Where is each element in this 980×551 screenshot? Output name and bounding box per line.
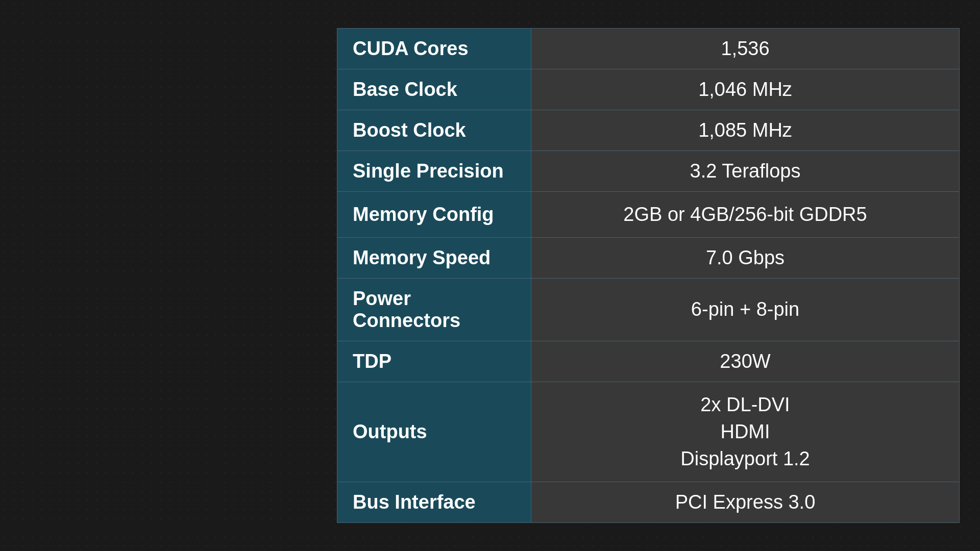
right-panel: CUDA Cores1,536Base Clock1,046 MHzBoost … xyxy=(337,0,980,551)
spec-row-memory-config: Memory Config2GB or 4GB/256-bit GDDR5 xyxy=(337,191,960,237)
spec-label-memory-speed: Memory Speed xyxy=(337,237,531,278)
specs-table: CUDA Cores1,536Base Clock1,046 MHzBoost … xyxy=(337,28,960,523)
spec-value-cuda-cores: 1,536 xyxy=(531,28,960,69)
spec-label-memory-config: Memory Config xyxy=(337,191,531,237)
spec-value-tdp: 230W xyxy=(531,341,960,382)
spec-row-power-connectors: Power Connectors6-pin + 8-pin xyxy=(337,278,960,341)
spec-label-power-connectors: Power Connectors xyxy=(337,278,531,341)
spec-label-boost-clock: Boost Clock xyxy=(337,110,531,151)
spec-label-base-clock: Base Clock xyxy=(337,69,531,110)
spec-row-memory-speed: Memory Speed7.0 Gbps xyxy=(337,237,960,278)
spec-value-memory-config: 2GB or 4GB/256-bit GDDR5 xyxy=(531,191,960,237)
spec-row-bus-interface: Bus InterfacePCI Express 3.0 xyxy=(337,482,960,523)
spec-label-outputs: Outputs xyxy=(337,382,531,482)
spec-row-cuda-cores: CUDA Cores1,536 xyxy=(337,28,960,69)
spec-row-boost-clock: Boost Clock1,085 MHz xyxy=(337,110,960,151)
spec-value-memory-speed: 7.0 Gbps xyxy=(531,237,960,278)
spec-value-outputs: 2x DL-DVIHDMIDisplayport 1.2 xyxy=(531,382,960,482)
spec-label-cuda-cores: CUDA Cores xyxy=(337,28,531,69)
spec-value-power-connectors: 6-pin + 8-pin xyxy=(531,278,960,341)
spec-label-single-precision: Single Precision xyxy=(337,151,531,191)
spec-value-boost-clock: 1,085 MHz xyxy=(531,110,960,151)
spec-value-single-precision: 3.2 Teraflops xyxy=(531,151,960,191)
spec-row-single-precision: Single Precision3.2 Teraflops xyxy=(337,151,960,191)
spec-label-bus-interface: Bus Interface xyxy=(337,482,531,523)
spec-value-base-clock: 1,046 MHz xyxy=(531,69,960,110)
spec-value-bus-interface: PCI Express 3.0 xyxy=(531,482,960,523)
spec-row-base-clock: Base Clock1,046 MHz xyxy=(337,69,960,110)
spec-row-tdp: TDP230W xyxy=(337,341,960,382)
spec-row-outputs: Outputs2x DL-DVIHDMIDisplayport 1.2 xyxy=(337,382,960,482)
left-panel xyxy=(0,0,337,551)
spec-label-tdp: TDP xyxy=(337,341,531,382)
